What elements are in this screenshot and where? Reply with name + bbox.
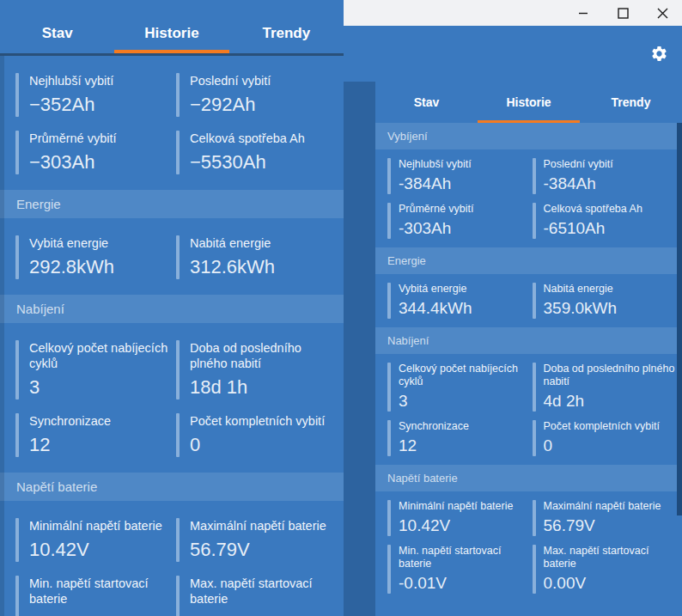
item-accent-bar	[176, 131, 180, 174]
stat-label: Synchronizace	[29, 413, 111, 429]
stat-text: Průměrné vybití −303Ah	[29, 131, 117, 174]
tab-stav[interactable]: Stav	[375, 82, 478, 123]
stat-value: -384Ah	[544, 174, 613, 194]
window-titlebar	[344, 0, 682, 26]
tab-label: Stav	[42, 25, 73, 42]
item-accent-bar	[176, 340, 180, 399]
stat-item-prumerne-vybiti: Průměrné vybití −303Ah	[15, 131, 176, 174]
item-accent-bar	[387, 363, 391, 412]
window-body: StavHistorieTrendy Vybíjení Nejhlubší vy…	[344, 82, 682, 616]
history-panel-right: StavHistorieTrendy Vybíjení Nejhlubší vy…	[375, 82, 682, 616]
stat-text: Poslední vybití −292Ah	[190, 73, 271, 117]
stat-text: Vybitá energie 292.8kWh	[29, 235, 114, 279]
tab-label: Historie	[506, 95, 551, 109]
section-header-energie: Energie	[0, 190, 344, 218]
right-tabbar: StavHistorieTrendy	[375, 82, 682, 123]
stat-value: 56.79V	[190, 538, 326, 562]
scrollbar-thumb[interactable]	[677, 123, 682, 515]
stat-text: Maximální napětí baterie 56.79V	[190, 518, 326, 562]
minimize-button[interactable]	[563, 0, 603, 26]
stat-label: Max. napětí startovací baterie	[190, 576, 337, 607]
tab-label: Trendy	[612, 95, 651, 109]
stat-text: Synchronizace 12	[29, 413, 111, 457]
stat-item-doba-od-posledniho-plneho-nabiti: Doba od posledního plného nabití 4d 2h	[533, 363, 678, 412]
stat-item-celkovy-pocet-nabijecich-cyklu: Celkový počet nabíjecích cyklů 3	[387, 363, 533, 412]
item-accent-bar	[15, 73, 19, 117]
maximize-button[interactable]	[603, 0, 642, 26]
tab-trendy[interactable]: Trendy	[229, 14, 344, 53]
stat-label: Celkový počet nabíjecích cyklů	[29, 340, 176, 371]
left-scrollbar-strip	[0, 56, 4, 616]
stat-text: Celkový počet nabíjecích cyklů 3	[29, 340, 176, 399]
stat-text: Synchronizace 12	[399, 420, 469, 456]
item-accent-bar	[533, 545, 536, 594]
stat-label: Maximální napětí baterie	[544, 500, 661, 513]
stat-value: 0.00V	[190, 611, 337, 616]
tab-label: Stav	[414, 95, 440, 109]
section-header-label: Napětí baterie	[387, 472, 458, 485]
maximize-icon	[618, 8, 629, 19]
stat-text: Poslední vybití -384Ah	[544, 158, 613, 194]
stat-text: Nejhlubší vybití -384Ah	[399, 158, 472, 194]
close-button[interactable]	[642, 0, 682, 26]
section-header-napeti-baterie: Napětí baterie	[0, 473, 344, 501]
stat-item-synchronizace: Synchronizace 12	[387, 420, 533, 456]
stat-value: −0.01V	[29, 611, 176, 616]
stat-text: Minimální napětí baterie 10.42V	[29, 518, 162, 562]
stat-item-celkova-spotreba-ah: Celková spotřeba Ah −5530Ah	[176, 131, 337, 174]
item-accent-bar	[533, 203, 536, 239]
left-sections: Nejhlubší vybití −352Ah Poslední vybití …	[0, 56, 344, 616]
tab-stav[interactable]: Stav	[0, 14, 114, 53]
stat-item-minimalni-napeti-baterie: Minimální napětí baterie 10.42V	[15, 518, 176, 562]
stat-label: Nabitá energie	[190, 235, 275, 251]
app-header	[344, 26, 682, 82]
item-accent-bar	[15, 413, 19, 457]
item-accent-bar	[533, 363, 536, 412]
stat-item-minimalni-napeti-baterie: Minimální napětí baterie 10.42V	[387, 500, 533, 536]
stat-label: Průměrné vybití	[399, 203, 474, 216]
stat-label: Minimální napětí baterie	[399, 500, 513, 513]
stat-text: Nabitá energie 312.6kWh	[190, 235, 275, 279]
item-accent-bar	[15, 518, 19, 562]
stat-label: Celkový počet nabíjecích cyklů	[399, 363, 533, 388]
gear-icon	[650, 45, 668, 63]
stat-text: Min. napětí startovací baterie −0.01V	[29, 576, 176, 616]
stat-item-pocet-kompletnich-vybiti: Počet kompletních vybití 0	[533, 420, 678, 456]
stat-label: Doba od posledního plného nabití	[190, 340, 337, 371]
stat-item-min-napeti-startovaci-baterie: Min. napětí startovací baterie −0.01V	[15, 576, 176, 616]
item-accent-bar	[387, 420, 391, 456]
stat-item-nabita-energie: Nabitá energie 359.0kWh	[533, 283, 678, 319]
stat-item-synchronizace: Synchronizace 12	[15, 413, 176, 457]
stat-label: Vybitá energie	[29, 235, 114, 251]
item-accent-bar	[15, 235, 19, 279]
stat-item-vybita-energie: Vybitá energie 292.8kWh	[15, 235, 176, 279]
item-accent-bar	[387, 500, 391, 536]
stat-item-celkovy-pocet-nabijecich-cyklu: Celkový počet nabíjecích cyklů 3	[15, 340, 176, 399]
tab-historie[interactable]: Historie	[114, 14, 228, 53]
section-header-label: Vybíjení	[387, 130, 428, 143]
stat-text: Doba od posledního plného nabití 18d 1h	[190, 340, 337, 399]
stat-value: -303Ah	[399, 218, 474, 239]
stat-item-max-napeti-startovaci-baterie: Max. napětí startovací baterie 0.00V	[533, 545, 678, 594]
stat-text: Celková spotřeba Ah -6510Ah	[544, 203, 642, 239]
section-header-napeti-baterie: Napětí baterie	[375, 465, 682, 491]
settings-button[interactable]	[650, 45, 668, 63]
stat-label: Celková spotřeba Ah	[544, 203, 642, 216]
sidebar-strip	[344, 82, 375, 616]
stat-text: Min. napětí startovací baterie -0.01V	[399, 545, 533, 594]
item-accent-bar	[387, 203, 391, 239]
stat-value: 359.0kWh	[544, 298, 618, 319]
tab-historie[interactable]: Historie	[478, 82, 580, 123]
stat-label: Maximální napětí baterie	[190, 518, 326, 534]
stat-text: Max. napětí startovací baterie 0.00V	[544, 545, 678, 594]
stat-value: 0	[544, 436, 660, 456]
stat-value: −303Ah	[29, 150, 117, 174]
item-accent-bar	[533, 420, 536, 456]
stat-label: Poslední vybití	[544, 158, 613, 171]
stat-item-pocet-kompletnich-vybiti: Počet kompletních vybití 0	[176, 413, 337, 457]
tab-trendy[interactable]: Trendy	[580, 82, 682, 123]
section-header-nabijeni: Nabíjení	[0, 295, 344, 323]
stat-value: −292Ah	[190, 93, 271, 117]
stats-grid: Minimální napětí baterie 10.42V Maximáln…	[375, 491, 682, 602]
item-accent-bar	[533, 500, 536, 536]
